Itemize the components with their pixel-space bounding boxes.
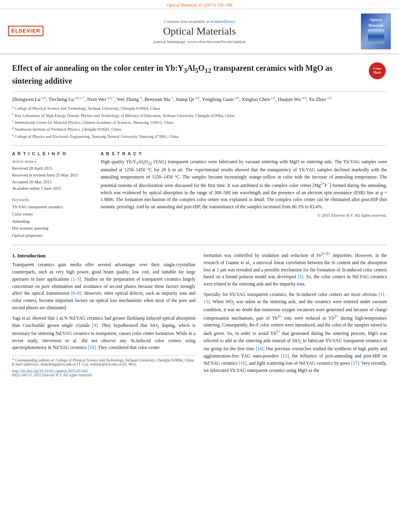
copyright-line: © 2015 Elsevier B.V. All rights reserved… [101, 213, 387, 218]
article-history: Article history: Received 28 April 2015 … [12, 158, 93, 192]
keyword-2: Color center [12, 211, 93, 218]
affiliation-d: d Southwest Institute of Technical Physi… [12, 126, 387, 132]
elsevier-logo: ELSEVIER [8, 26, 44, 37]
revised-date: Received in revised form 25 May 2015 [12, 172, 93, 179]
doi-link[interactable]: http://dx.doi.org/10.1016/j.optmat.2015.… [12, 369, 195, 373]
email-note: E-mail addresses: lutiecheng@scu.edu.cn … [12, 362, 195, 366]
ref-6-8: [6–8] [71, 291, 81, 296]
doi-section: http://dx.doi.org/10.1016/j.optmat.2015.… [12, 369, 195, 377]
affiliation-a: a College of Physical Science and Techno… [12, 105, 387, 111]
ref-5b: [5] [298, 274, 303, 279]
intro-section: 1. Introduction Transparent ceramics gai… [12, 251, 387, 377]
keywords-block: Keywords: Yb:YAG transparent ceramics Co… [12, 196, 93, 239]
sciencedirect-link[interactable]: ScienceDirect [210, 19, 235, 24]
ref-16: [16] [239, 361, 247, 366]
journal-header: ELSEVIER Contents lists available at Sci… [0, 9, 399, 54]
available-date: Available online 3 June 2015 [12, 185, 93, 192]
affiliations: a College of Physical Science and Techno… [12, 105, 387, 140]
ref-17: [17] [351, 361, 359, 366]
intro-right-text: formation was controlled by oxidation an… [204, 251, 387, 374]
ref-11-13: [11–13] [204, 292, 387, 304]
journal-cover-image: Optical Materials [361, 13, 391, 49]
paper-title: Effect of air annealing on the color cen… [12, 62, 369, 86]
corresponding-note: * Corresponding authors at: College of P… [12, 358, 195, 362]
intro-section-title: 1. Introduction [12, 253, 195, 259]
ref-9: [9] [92, 323, 97, 328]
abstract-heading: A B S T R A C T [101, 151, 387, 156]
intro-para-2: Yagi et al. showed that 1 at.% Nd:YAG ce… [12, 315, 195, 351]
keyword-1: Yb:YAG transparent ceramics [12, 203, 93, 211]
received-date: Received 28 April 2015 [12, 165, 93, 172]
section-title-text: Introduction [17, 253, 46, 259]
paper-title-section: Effect of air annealing on the color cen… [12, 62, 387, 92]
intro-para-1: Transparent ceramics gain media offer se… [12, 261, 195, 312]
keywords-label: Keywords: [12, 196, 93, 203]
ref-14: [14] [256, 346, 263, 351]
issn-line: 0925-3467/© 2015 Elsevier B.V. All right… [12, 373, 195, 377]
keyword-3: Annealing [12, 218, 93, 225]
homepage-text: journal homepage: www.elsevier.com/locat… [154, 39, 246, 44]
keyword-5: Optical properties [12, 232, 93, 239]
elsevier-logo-text: ELSEVIER [11, 28, 40, 34]
footer-note: * Corresponding authors at: College of P… [12, 355, 195, 366]
journal-citation-text: Optical Materials 47 (2015) 292–296 [167, 2, 232, 7]
history-label: Article history: [12, 158, 93, 165]
contents-text: Contents lists available at [164, 19, 210, 24]
ref-1-5: [1–5] [71, 277, 81, 281]
article-info-abstract-section: A R T I C L E I N F O Article history: R… [12, 151, 387, 239]
section-number: 1. [12, 253, 16, 259]
intro-left-col: 1. Introduction Transparent ceramics gai… [12, 251, 195, 377]
intro-left-text: Transparent ceramics gain media offer se… [12, 261, 195, 351]
journal-homepage: journal homepage: www.elsevier.com/locat… [44, 39, 355, 44]
contents-line: Contents lists available at ScienceDirec… [44, 19, 355, 24]
journal-citation-bar: Optical Materials 47 (2015) 292–296 [0, 0, 399, 9]
crossmark-icon: CrossMark [369, 62, 386, 79]
abstract-col: A B S T R A C T High quality Yb:Y3Al5O12… [101, 151, 387, 239]
paper-body: Effect of air annealing on the color cen… [0, 54, 399, 385]
article-info-col: A R T I C L E I N F O Article history: R… [12, 151, 93, 239]
journal-cover: Optical Materials [355, 13, 391, 49]
affiliation-c: c International Center for Material Phys… [12, 119, 387, 125]
intro-para-4: Specially for Yb:YAG transparent ceramic… [204, 291, 387, 374]
crossmark-badge[interactable]: CrossMark [369, 62, 387, 79]
intro-para-3: formation was controlled by oxidation an… [204, 251, 387, 288]
intro-right-col: formation was controlled by oxidation an… [204, 251, 387, 377]
ref-15: [15] [281, 353, 289, 358]
ref-10: [10] [88, 345, 95, 350]
article-info-heading: A R T I C L E I N F O [12, 151, 93, 156]
affiliation-b: b Key Laboratory of High Energy Density … [12, 112, 387, 119]
affiliation-e: e College of Physics and Electronic Engi… [12, 133, 387, 140]
journal-title: Optical Materials [44, 25, 355, 37]
doi-anchor[interactable]: http://dx.doi.org/10.1016/j.optmat.2015.… [12, 369, 88, 373]
keyword-4: Hot isostatic pressing [12, 225, 93, 232]
accepted-date: Accepted 26 May 2015 [12, 179, 93, 186]
journal-header-center: Contents lists available at ScienceDirec… [44, 19, 355, 44]
authors-line: Zhongwen Lu a,b, Tiecheng Lu a,b,c,*, Ni… [12, 96, 387, 103]
abstract-text: High quality Yb:Y3Al5O12 (YAG) transpare… [101, 158, 387, 211]
